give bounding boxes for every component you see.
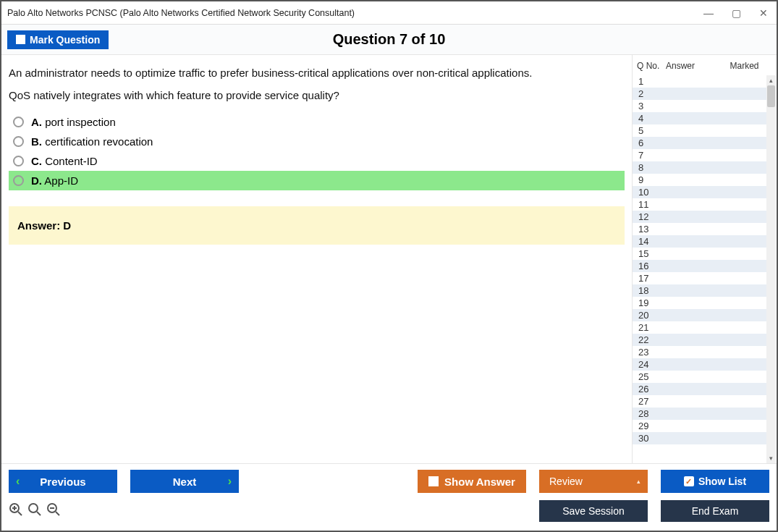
list-item[interactable]: 24 [633, 358, 766, 371]
scroll-down-icon[interactable]: ▾ [766, 453, 776, 463]
titlebar: Palo Alto Networks PCNSC (Palo Alto Netw… [1, 1, 777, 25]
option-a[interactable]: A. port inspection [9, 112, 625, 132]
question-line1: An administrator needs to optimize traff… [9, 65, 625, 82]
radio-icon [13, 175, 24, 186]
svg-point-4 [29, 504, 38, 512]
list-item[interactable]: 27 [633, 395, 766, 408]
next-button[interactable]: Next › [130, 470, 239, 493]
svg-line-5 [37, 512, 41, 515]
option-d[interactable]: D. App-ID [9, 171, 625, 190]
list-item[interactable]: 15 [633, 248, 766, 260]
chevron-up-icon: ▴ [637, 478, 640, 485]
list-item[interactable]: 16 [633, 260, 766, 272]
chevron-right-icon: › [228, 475, 232, 488]
checkbox-empty-icon [16, 35, 25, 44]
question-text: An administrator needs to optimize traff… [9, 65, 625, 104]
list-item[interactable]: 7 [633, 149, 766, 161]
question-line2: QoS natively integrates with which featu… [9, 88, 625, 104]
list-item[interactable]: 21 [633, 321, 766, 334]
col-answer: Answer [666, 61, 716, 71]
show-list-button[interactable]: ✓ Show List [661, 470, 769, 493]
svg-line-7 [56, 512, 59, 515]
show-answer-button[interactable]: Show Answer [418, 470, 526, 493]
option-d-label: D. App-ID [31, 174, 78, 187]
end-exam-label: End Exam [692, 505, 739, 517]
svg-line-1 [18, 512, 22, 515]
mark-question-label: Mark Question [30, 34, 100, 46]
chevron-left-icon: ‹ [16, 475, 20, 488]
list-item[interactable]: 13 [633, 223, 766, 235]
checkbox-empty-icon [428, 476, 439, 486]
option-b[interactable]: B. certification revocation [9, 132, 625, 151]
scrollbar[interactable]: ▴ ▾ [766, 75, 776, 463]
list-item[interactable]: 3 [633, 100, 766, 112]
list-item[interactable]: 29 [633, 420, 766, 432]
list-item[interactable]: 20 [633, 309, 766, 321]
list-item[interactable]: 28 [633, 408, 766, 420]
options-list: A. port inspection B. certification revo… [9, 112, 625, 190]
topbar: Mark Question Question 7 of 10 [1, 25, 777, 55]
save-session-label: Save Session [562, 505, 625, 517]
list-item[interactable]: 26 [633, 383, 766, 395]
content-row: An administrator needs to optimize traff… [1, 55, 777, 463]
option-c[interactable]: C. Content-ID [9, 151, 625, 171]
question-list: 1234567891011121314151617181920212223242… [633, 75, 777, 463]
option-a-label: A. port inspection [31, 116, 116, 128]
radio-icon [13, 117, 24, 127]
previous-label: Previous [40, 476, 85, 488]
list-item[interactable]: 4 [633, 112, 766, 124]
list-item[interactable]: 14 [633, 235, 766, 248]
list-item[interactable]: 2 [633, 88, 766, 100]
review-button[interactable]: Review ▴ [539, 470, 648, 493]
previous-button[interactable]: ‹ Previous [9, 470, 117, 493]
window-title: Palo Alto Networks PCNSC (Palo Alto Netw… [7, 8, 355, 18]
sidebar-header: Q No. Answer Marked [633, 58, 777, 75]
answer-box: Answer: D [9, 206, 625, 245]
list-item[interactable]: 17 [633, 272, 766, 284]
app-window: Palo Alto Networks PCNSC (Palo Alto Netw… [0, 0, 778, 532]
list-item[interactable]: 6 [633, 137, 766, 149]
list-item[interactable]: 18 [633, 284, 766, 297]
minimize-button[interactable]: — [701, 7, 716, 19]
maximize-button[interactable]: ▢ [729, 7, 743, 19]
footer-row-2: Save Session End Exam [9, 500, 769, 522]
show-answer-label: Show Answer [444, 476, 515, 488]
zoom-in-icon[interactable] [9, 502, 23, 520]
list-item[interactable]: 10 [633, 186, 766, 198]
scroll-up-icon[interactable]: ▴ [766, 75, 776, 85]
save-session-button[interactable]: Save Session [539, 500, 648, 522]
list-item[interactable]: 25 [633, 371, 766, 383]
list-item[interactable]: 9 [633, 174, 766, 186]
col-qno: Q No. [637, 61, 666, 71]
sidebar: Q No. Answer Marked 12345678910111213141… [632, 55, 777, 463]
option-b-label: B. certification revocation [31, 135, 153, 148]
list-item[interactable]: 5 [633, 124, 766, 137]
list-item[interactable]: 8 [633, 161, 766, 174]
window-controls: — ▢ ✕ [701, 7, 771, 19]
radio-icon [13, 156, 24, 166]
list-item[interactable]: 30 [633, 432, 766, 444]
list-item[interactable]: 22 [633, 334, 766, 346]
option-c-label: C. Content-ID [31, 155, 98, 167]
radio-icon [13, 136, 24, 147]
footer-row-1: ‹ Previous Next › Show Answer Review ▴ ✓… [9, 470, 769, 493]
next-label: Next [173, 476, 197, 488]
footer: ‹ Previous Next › Show Answer Review ▴ ✓… [1, 463, 777, 531]
col-marked: Marked [716, 61, 772, 71]
zoom-icon[interactable] [28, 502, 42, 520]
show-list-label: Show List [698, 476, 746, 487]
scroll-thumb[interactable] [767, 85, 775, 107]
list-item[interactable]: 1 [633, 75, 766, 88]
review-label: Review [549, 476, 583, 487]
list-item[interactable]: 19 [633, 297, 766, 309]
zoom-out-icon[interactable] [46, 502, 61, 520]
close-button[interactable]: ✕ [756, 7, 771, 19]
question-counter: Question 7 of 10 [1, 31, 777, 48]
end-exam-button[interactable]: End Exam [661, 500, 769, 522]
list-item[interactable]: 23 [633, 346, 766, 358]
zoom-controls [9, 502, 61, 520]
mark-question-button[interactable]: Mark Question [7, 30, 109, 49]
checkbox-checked-icon: ✓ [684, 476, 694, 486]
list-item[interactable]: 11 [633, 198, 766, 211]
list-item[interactable]: 12 [633, 211, 766, 223]
